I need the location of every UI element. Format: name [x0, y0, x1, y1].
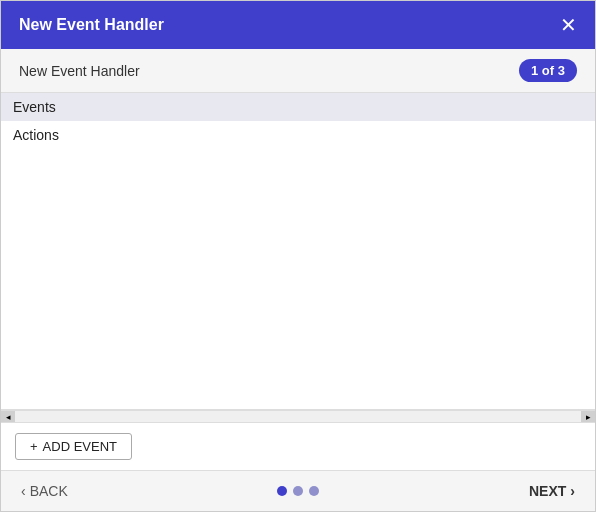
next-label: NEXT: [529, 483, 566, 499]
dot-2: [293, 486, 303, 496]
add-event-label: ADD EVENT: [43, 439, 117, 454]
back-button[interactable]: ‹ BACK: [21, 483, 68, 499]
scroll-track[interactable]: [15, 411, 581, 422]
scroll-left-arrow[interactable]: ◂: [1, 411, 15, 423]
tree-item-actions[interactable]: Actions: [1, 121, 595, 149]
dialog-title: New Event Handler: [19, 16, 164, 34]
next-chevron-icon: ›: [570, 483, 575, 499]
step-dots: [277, 486, 319, 496]
dialog-footer: ‹ BACK NEXT ›: [1, 470, 595, 511]
scroll-right-arrow[interactable]: ▸: [581, 411, 595, 423]
subheader-title: New Event Handler: [19, 63, 140, 79]
horizontal-scrollbar[interactable]: ◂ ▸: [1, 410, 595, 422]
dialog-body: Events Actions ◂ ▸ + ADD EVENT: [1, 93, 595, 470]
tree-container[interactable]: Events Actions: [1, 93, 595, 410]
dot-1: [277, 486, 287, 496]
add-event-icon: +: [30, 439, 38, 454]
back-chevron-icon: ‹: [21, 483, 26, 499]
next-button[interactable]: NEXT ›: [529, 483, 575, 499]
step-badge: 1 of 3: [519, 59, 577, 82]
tree-item-events[interactable]: Events: [1, 93, 595, 121]
tree-item-events-label: Events: [13, 99, 56, 115]
add-event-button[interactable]: + ADD EVENT: [15, 433, 132, 460]
back-label: BACK: [30, 483, 68, 499]
dot-3: [309, 486, 319, 496]
dialog: New Event Handler ✕ New Event Handler 1 …: [0, 0, 596, 512]
tree-item-actions-label: Actions: [13, 127, 59, 143]
dialog-header: New Event Handler ✕: [1, 1, 595, 49]
dialog-subheader: New Event Handler 1 of 3: [1, 49, 595, 93]
close-button[interactable]: ✕: [560, 15, 577, 35]
add-event-bar: + ADD EVENT: [1, 422, 595, 470]
